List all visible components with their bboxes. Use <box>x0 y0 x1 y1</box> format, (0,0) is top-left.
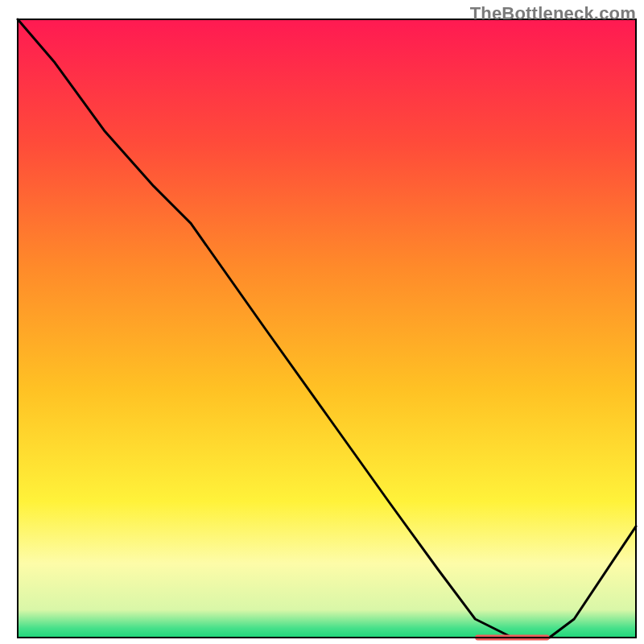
bottleneck-chart <box>0 0 644 644</box>
chart-stage: TheBottleneck.com <box>0 0 644 644</box>
watermark-text: TheBottleneck.com <box>470 3 636 24</box>
plot-background <box>18 19 636 638</box>
